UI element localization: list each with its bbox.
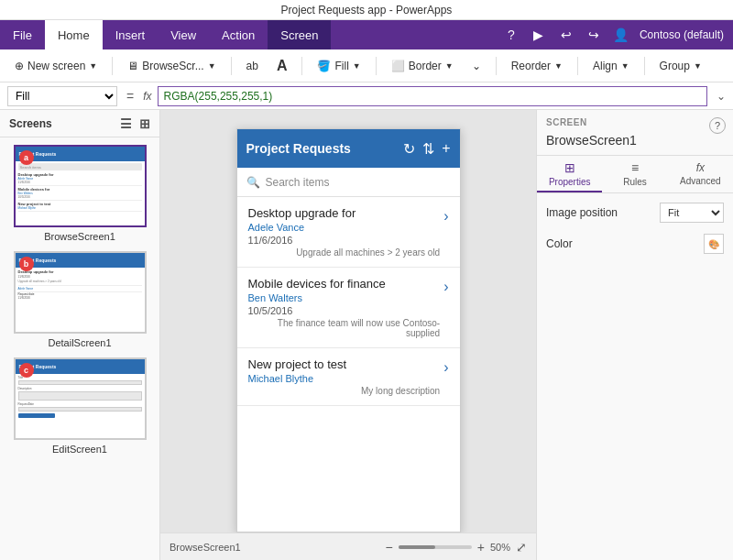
zoom-percent: 50% [490,542,510,553]
expand-icon: ⌄ [472,60,481,72]
browse-screen-icon: 🖥 [127,60,138,72]
phone-search-placeholder: Search items [266,176,330,189]
menu-view[interactable]: View [158,20,209,49]
fill-button[interactable]: 🪣 Fill ▼ [310,53,367,79]
zoom-slider[interactable] [399,545,472,549]
tab-properties[interactable]: ⊞ Properties [537,156,602,192]
border-button[interactable]: ⬜ Border ▼ [384,53,461,79]
phone-add-icon[interactable]: + [442,140,450,157]
title-bar: Project Requests app - PowerApps [0,0,733,20]
list-item-2[interactable]: New project to test Michael Blythe My lo… [237,348,460,406]
right-panel: SCREEN BrowseScreen1 ? ⊞ Properties ≡ Ru… [536,110,733,560]
font-icon: A [277,58,288,74]
screen-label-detail: DetailScreen1 [48,337,111,348]
browse-screen-button[interactable]: 🖥 BrowseScr... ▼ [120,53,223,79]
app-title: Project Requests app - PowerApps [281,4,453,16]
screen-item-browse[interactable]: a Project Requests Search items Desktop … [7,145,152,242]
phone-sort-icon[interactable]: ⇅ [422,140,434,158]
tab-rules[interactable]: ≡ Rules [602,156,667,192]
help-icon[interactable]: ? [502,26,520,44]
list-item-2-chevron-icon: › [443,359,448,376]
list-item-1[interactable]: Mobile devices for finance Ben Walters 1… [237,268,460,348]
toolbar-sep-7 [644,57,645,75]
screens-header: Screens ☰ ⊞ [0,110,159,137]
advanced-tab-label: Advanced [680,176,720,186]
text-format-button[interactable]: ab [239,53,266,79]
formula-chevron-icon[interactable]: ⌄ [717,90,726,103]
formula-input[interactable] [158,86,707,106]
list-item-0-content: Desktop upgrade for Adele Vance 11/6/201… [248,206,441,258]
right-panel-help-icon[interactable]: ? [709,117,726,134]
new-screen-button[interactable]: ⊕ New screen ▼ [7,53,104,79]
menu-right: ? ▶ ↩ ↪ 👤 Contoso (default) [502,20,733,49]
fill-chevron-icon: ▼ [353,61,361,71]
list-item-1-title: Mobile devices for finance [248,277,441,291]
menu-screen[interactable]: Screen [268,20,331,49]
screen-item-edit[interactable]: c Project Requests Title Description Req… [7,357,152,455]
property-select[interactable]: Fill [7,86,117,106]
screen-item-detail[interactable]: b Project Requests Desktop upgrade for 1… [7,251,152,348]
list-item-2-author: Michael Blythe [248,373,441,384]
screens-list-icon[interactable]: ☰ [120,116,132,131]
phone-refresh-icon[interactable]: ↻ [403,140,415,158]
new-screen-chevron-icon: ▼ [89,61,97,71]
menu-file[interactable]: File [0,20,45,49]
phone-search-icon: 🔍 [246,176,260,189]
toolbar-sep-1 [112,57,113,75]
fill-icon: 🪣 [317,60,331,72]
play-icon[interactable]: ▶ [530,26,548,44]
expand-button[interactable]: ⌄ [465,53,488,79]
list-item-0-date: 11/6/2016 [248,235,441,246]
phone-header: Project Requests ↻ ⇅ + [237,129,460,168]
rules-tab-label: Rules [623,177,647,187]
color-row: Color 🎨 [546,234,724,254]
zoom-minus-button[interactable]: − [386,540,393,555]
screen-thumb-browse: a Project Requests Search items Desktop … [14,145,147,227]
phone-search-bar[interactable]: 🔍 Search items [237,168,460,197]
zoom-slider-fill [399,545,435,549]
toolbar-sep-2 [231,57,232,75]
menu-action[interactable]: Action [209,20,268,49]
toolbar-sep-4 [376,57,377,75]
screen-label-browse: BrowseScreen1 [44,231,115,242]
formula-bar: Fill = fx ⌄ [0,82,733,110]
align-button[interactable]: Align ▼ [585,53,637,79]
font-button[interactable]: A [269,53,295,79]
phone-header-title: Project Requests [246,141,397,156]
right-panel-tabs: ⊞ Properties ≡ Rules fx Advanced [537,156,733,193]
list-item-0[interactable]: Desktop upgrade for Adele Vance 11/6/201… [237,197,460,268]
list-item-0-author: Adele Vance [248,222,441,233]
image-position-select[interactable]: Fit [660,203,724,223]
color-picker-button[interactable]: 🎨 [704,234,724,254]
list-item-0-chevron-icon: › [443,208,448,225]
canvas-bottom-bar: BrowseScreen1 − + 50% ⤢ [160,533,536,560]
phone-frame: Project Requests ↻ ⇅ + 🔍 Search items De… [236,128,461,533]
list-item-1-date: 10/5/2016 [248,305,441,316]
menu-home[interactable]: Home [45,20,103,49]
zoom-plus-button[interactable]: + [477,540,485,555]
group-chevron-icon: ▼ [694,61,702,71]
toolbar: ⊕ New screen ▼ 🖥 BrowseScr... ▼ ab A 🪣 F… [0,49,733,82]
align-chevron-icon: ▼ [621,61,629,71]
badge-c: c [19,363,34,378]
toolbar-sep-5 [496,57,497,75]
fit-screen-icon[interactable]: ⤢ [516,540,527,555]
redo-icon[interactable]: ↪ [585,26,603,44]
screen-thumb-edit: c Project Requests Title Description Req… [14,357,147,440]
undo-icon[interactable]: ↩ [557,26,575,44]
border-icon: ⬜ [391,60,405,72]
badge-b: b [19,257,34,271]
zoom-controls: − + 50% ⤢ [386,540,527,555]
screen-label-edit: EditScreen1 [52,444,107,455]
list-item-1-chevron-icon: › [443,279,448,295]
color-label: Color [546,237,573,250]
group-button[interactable]: Group ▼ [652,53,709,79]
screens-grid-icon[interactable]: ⊞ [139,116,150,131]
tab-advanced[interactable]: fx Advanced [668,156,733,192]
screens-header-icons: ☰ ⊞ [120,116,150,131]
reorder-button[interactable]: Reorder ▼ [504,53,570,79]
menu-insert[interactable]: Insert [103,20,159,49]
phone-list: Desktop upgrade for Adele Vance 11/6/201… [237,197,460,532]
user-icon[interactable]: 👤 [612,26,630,44]
equals-sign: = [123,89,137,104]
